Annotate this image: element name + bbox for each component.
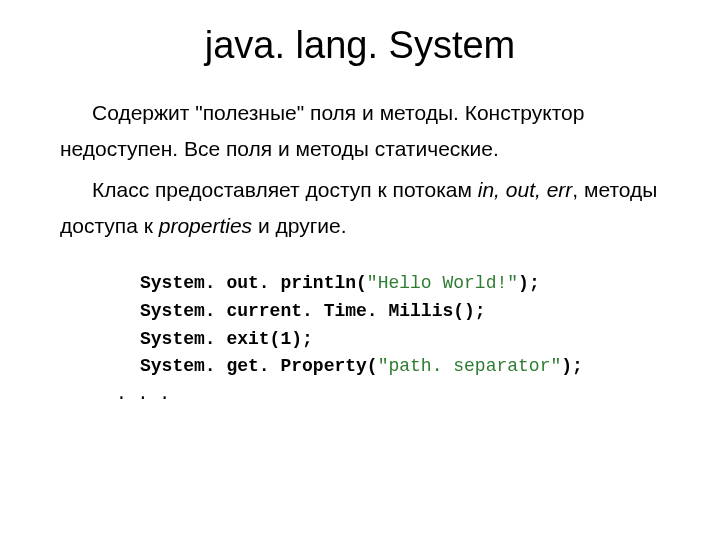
para2-italic-streams: in, out, err [478,178,573,201]
code-line-5: . . . [140,381,660,409]
paragraph-2: Класс предоставляет доступ к потокам in,… [60,172,660,243]
code-l4-string: "path. separator" [378,356,562,376]
code-l1a: System. out. println( [140,273,367,293]
code-line-4: System. get. Property("path. separator")… [140,353,660,381]
code-l1c: ); [518,273,540,293]
code-ellipsis: . . . [116,381,170,409]
para2-italic-properties: properties [159,214,252,237]
code-line-3: System. exit(1); [140,326,660,354]
code-block: System. out. println("Hello World!"); Sy… [140,270,660,409]
code-l4a: System. get. Property( [140,356,378,376]
code-l4c: ); [561,356,583,376]
para2-text-a: Класс предоставляет доступ к потокам [92,178,478,201]
code-line-1: System. out. println("Hello World!"); [140,270,660,298]
paragraph-1: Содержит "полезные" поля и методы. Конст… [60,95,660,166]
code-line-2: System. current. Time. Millis(); [140,298,660,326]
page-title: java. lang. System [60,24,660,67]
para2-text-e: и другие. [252,214,347,237]
code-l1-string: "Hello World!" [367,273,518,293]
